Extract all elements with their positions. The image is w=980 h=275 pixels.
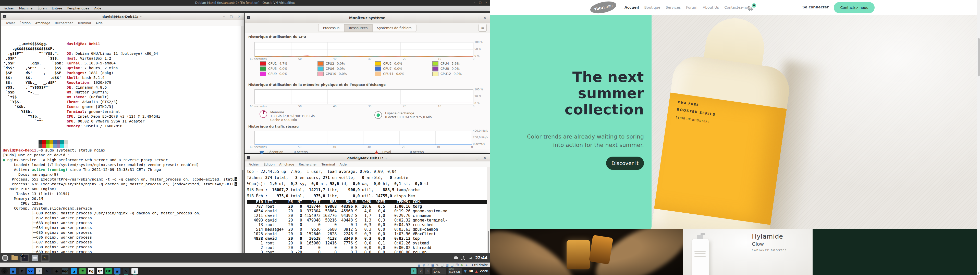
- login-link[interactable]: Se connecter: [802, 5, 829, 9]
- menu-item[interactable]: Aide: [94, 21, 104, 25]
- page-scrollbar[interactable]: ▼: [977, 0, 980, 275]
- vm-system-monitor-launcher[interactable]: ∿: [41, 254, 49, 262]
- close-icon[interactable]: ×: [238, 15, 240, 18]
- nav-link[interactable]: Forum: [686, 5, 697, 9]
- v2ray-icon[interactable]: V2: [27, 268, 34, 274]
- minimize-icon[interactable]: –: [469, 156, 471, 160]
- restore-icon[interactable]: ▢: [479, 1, 481, 4]
- maximize-icon[interactable]: □: [476, 156, 479, 160]
- menu-item[interactable]: Aide: [338, 162, 348, 166]
- site-logo[interactable]: YourLogo: [589, 0, 617, 15]
- workspace-button[interactable]: 3: [425, 269, 430, 274]
- stack-app-icon[interactable]: ≡: [80, 268, 86, 274]
- menu-item[interactable]: Fichier: [3, 21, 17, 25]
- terminal2-scrollbar[interactable]: [487, 167, 490, 258]
- vbox-feature-icon[interactable]: Ⓥ: [455, 263, 458, 267]
- terminal1-scrollbar[interactable]: [241, 26, 244, 258]
- menu-item[interactable]: Terminal: [320, 162, 337, 166]
- windows-icon[interactable]: ◱: [451, 263, 453, 267]
- vm-file-manager-launcher[interactable]: [31, 254, 39, 262]
- usb-icon[interactable]: ✎: [436, 263, 439, 267]
- printer-icon[interactable]: [454, 257, 458, 259]
- menu-item[interactable]: Affichage: [277, 162, 296, 166]
- vm-window-icon[interactable]: ▣: [10, 268, 16, 274]
- menu-item[interactable]: Aide: [92, 6, 103, 11]
- nav-link[interactable]: Boutique: [644, 5, 660, 9]
- menu-item[interactable]: Entrée: [50, 6, 64, 11]
- network-icon[interactable]: ▦: [431, 263, 434, 267]
- harddisk-icon[interactable]: ▤: [417, 263, 420, 267]
- menu-item[interactable]: Écran: [35, 6, 49, 11]
- optical-disc-icon[interactable]: ◎: [423, 263, 425, 267]
- close-icon[interactable]: ×: [484, 156, 486, 160]
- mem-widget[interactable]: MEM 5.98 GB: [448, 268, 462, 275]
- menu-item[interactable]: Affichage: [33, 21, 52, 25]
- terminal2-titlebar[interactable]: >_ david@Max-Deb11: ~ – □ ×: [245, 154, 490, 162]
- terminal1-titlebar[interactable]: >_ david@Max-Deb11: ~ – □ ×: [1, 13, 244, 21]
- minimize-icon[interactable]: –: [469, 16, 471, 19]
- menu-item[interactable]: Fichier: [2, 6, 16, 11]
- minimize-icon[interactable]: –: [223, 15, 225, 18]
- tab[interactable]: Ressources: [344, 24, 372, 32]
- screenshot-app-icon[interactable]: ⣿: [131, 268, 138, 274]
- discover-button[interactable]: Discover it: [606, 156, 644, 170]
- system-monitor-window[interactable]: ∿ Moniteur système – □ × ProcessusRessou…: [245, 13, 490, 153]
- contact-button[interactable]: Contactez-nous: [834, 2, 875, 13]
- volume-icon[interactable]: ◄): [469, 256, 472, 260]
- virtualbox-titlebar[interactable]: Debian-Maxel (Instantané 2) [En fonction…: [0, 0, 490, 6]
- tab[interactable]: Systèmes de fichiers: [372, 24, 416, 32]
- minimize-icon[interactable]: –: [474, 1, 476, 4]
- cpu-widget[interactable]: CPU 1.4%: [432, 268, 446, 275]
- system-monitor-titlebar[interactable]: ∿ Moniteur système – □ ×: [245, 13, 490, 23]
- green-cube-app-icon[interactable]: ◆: [53, 268, 60, 274]
- vm-terminal-launcher[interactable]: >_2: [21, 254, 29, 262]
- hamburger-menu-icon[interactable]: ≡: [479, 24, 487, 32]
- nav-link[interactable]: About Us: [703, 5, 719, 9]
- scrollbar-thumb[interactable]: [488, 231, 489, 254]
- menu-item[interactable]: Édition: [18, 21, 32, 25]
- vm-clock[interactable]: 22:44: [475, 256, 487, 260]
- nav-link[interactable]: Accueil: [625, 5, 639, 9]
- qtcreator-icon[interactable]: Qt: [97, 268, 103, 274]
- shared-folders-icon[interactable]: □: [441, 263, 444, 267]
- maximize-icon[interactable]: □: [476, 16, 479, 19]
- audio-icon[interactable]: ♪: [427, 263, 429, 267]
- vscode-icon[interactable]: ◢: [71, 268, 77, 274]
- maximize-icon[interactable]: □: [230, 15, 233, 18]
- vm-files-launcher[interactable]: [11, 254, 18, 262]
- menu-item[interactable]: Rechercher: [297, 162, 319, 166]
- postgresql-icon[interactable]: Pg: [88, 268, 94, 274]
- menu-item[interactable]: Rechercher: [53, 21, 75, 25]
- qc-app-icon[interactable]: QC: [105, 268, 112, 274]
- notepadqq-icon[interactable]: nqq: [62, 268, 68, 274]
- network-icon[interactable]: [461, 256, 465, 260]
- close-icon[interactable]: ×: [485, 1, 487, 4]
- workspace-button[interactable]: 1: [411, 269, 417, 274]
- system-monitor-running-icon[interactable]: ∿: [123, 268, 129, 274]
- tab[interactable]: Processus: [318, 24, 344, 32]
- scrollbar-thumb[interactable]: [242, 170, 243, 253]
- display-icon[interactable]: ▥: [445, 263, 449, 267]
- terminal-app-icon[interactable]: >_: [45, 268, 51, 274]
- menu-item[interactable]: Édition: [262, 162, 277, 166]
- menu-item[interactable]: Fichier: [247, 162, 261, 166]
- terminal-window-1[interactable]: >_ david@Max-Deb11: ~ – □ × FichierÉditi…: [0, 13, 244, 258]
- close-icon[interactable]: ×: [484, 16, 486, 19]
- host-menu-icon[interactable]: ◍: [1, 268, 8, 274]
- cart-button[interactable]: 0: [749, 5, 755, 11]
- scroll-down-arrow[interactable]: ▼: [978, 272, 980, 275]
- workspace-button[interactable]: 2: [418, 269, 423, 274]
- scrollbar-thumb[interactable]: [978, 38, 980, 76]
- menu-item[interactable]: Terminal: [76, 21, 93, 25]
- vm-menu-button[interactable]: [1, 254, 9, 262]
- menu-item[interactable]: Machine: [17, 6, 35, 11]
- nav-link[interactable]: Services: [666, 5, 681, 9]
- product-card[interactable]: Hylamide Glow RADIANCE BOOSTER: [683, 229, 813, 275]
- hourglass-app-icon[interactable]: ⧖: [19, 268, 25, 274]
- session-state-icon[interactable]: ↻: [461, 263, 463, 267]
- menu-item[interactable]: Périphériques: [65, 6, 91, 11]
- terminal-window-2[interactable]: >_ david@Max-Deb11: ~ – □ × FichierÉditi…: [245, 154, 490, 258]
- download-icon[interactable]: ↓: [465, 263, 468, 267]
- virtualbox-running-icon[interactable]: ▣: [114, 268, 121, 274]
- tool-icon[interactable]: ⚡: [36, 268, 42, 274]
